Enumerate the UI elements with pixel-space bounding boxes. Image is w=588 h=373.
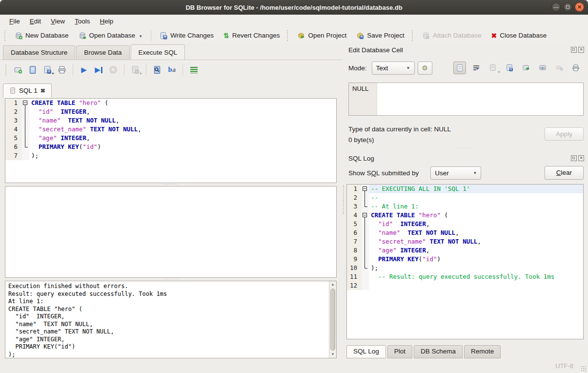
menu-edit[interactable]: Edit — [25, 16, 45, 26]
new-database-button[interactable]: New Database — [10, 30, 74, 41]
revert-changes-button[interactable]: ⇅ Revert Changes — [219, 30, 284, 41]
code-line: 6 PRIMARY KEY("id") — [5, 143, 336, 151]
mode-label: Mode: — [348, 64, 367, 72]
close-button[interactable]: ✕ — [575, 2, 584, 12]
float-panel-icon[interactable] — [571, 47, 577, 53]
save-project-button[interactable]: Save Project — [351, 30, 409, 41]
code-line: 9 PRIMARY KEY("id") — [347, 255, 583, 264]
text-mode-icon[interactable] — [453, 62, 466, 74]
gear-icon: ⚙ — [422, 64, 428, 72]
sql-tab-close-icon[interactable]: ✖ — [41, 87, 45, 94]
open-database-dropdown-icon[interactable]: ▼ — [139, 34, 142, 40]
toolbar-handle[interactable] — [5, 64, 8, 75]
execute-all-button[interactable]: ▶ — [78, 64, 90, 76]
dock-splitter[interactable] — [343, 185, 344, 214]
scroll-up-icon[interactable]: ▲ — [329, 281, 336, 288]
dock-tab-db-schema[interactable]: DB Schema — [414, 345, 463, 358]
code-line: 11 -- Result: query executed successfull… — [347, 272, 583, 281]
close-panel-icon[interactable]: ✕ — [578, 155, 584, 161]
close-panel-icon[interactable]: ✕ — [578, 47, 584, 53]
clear-log-button[interactable]: Clear — [545, 166, 584, 180]
scrollbar-thumb[interactable] — [330, 289, 335, 351]
tab-database-structure[interactable]: Database Structure — [3, 45, 75, 60]
sql-log-title: SQL Log — [348, 155, 374, 162]
results-grid[interactable] — [5, 186, 337, 278]
maximize-button[interactable] — [563, 2, 572, 12]
import-data-button: ▼ — [487, 62, 499, 74]
execute-current-line-button[interactable]: ▶ — [93, 64, 104, 76]
dock-tab-plot[interactable]: Plot — [387, 345, 412, 358]
save-sql-file-button[interactable]: ▼ — [41, 64, 53, 76]
open-project-icon — [297, 32, 305, 40]
open-database-button[interactable]: Open Database ▼ — [74, 30, 148, 41]
attach-database-icon — [422, 32, 430, 40]
close-database-icon: ✖ — [491, 32, 497, 39]
submitted-by-select[interactable]: User▼ — [430, 166, 481, 180]
dock-tab-remote[interactable]: Remote — [464, 345, 501, 358]
apply-format-button[interactable]: ⚙ — [418, 62, 432, 75]
toolbar-handle[interactable] — [287, 30, 290, 41]
filter-label: Show SQL submitted by — [348, 169, 419, 177]
menu-view[interactable]: View — [46, 16, 69, 26]
open-sql-file-button[interactable] — [27, 64, 39, 76]
close-database-button[interactable]: ✖ Close Database — [487, 30, 552, 41]
tab-browse-data[interactable]: Browse Data — [76, 45, 129, 60]
menu-file[interactable]: File — [5, 16, 24, 26]
cell-size-info: 0 byte(s) — [348, 136, 374, 144]
export-data-button[interactable] — [503, 62, 516, 74]
save-sql-dropdown-icon[interactable]: ▼ — [51, 72, 55, 75]
toolbar-handle[interactable] — [412, 30, 415, 41]
write-changes-button[interactable]: Write Changes — [155, 30, 219, 41]
print-button[interactable] — [56, 64, 68, 76]
scrollbar[interactable]: ▲ ▼ — [329, 281, 336, 358]
code-line: 2 "id" INTEGER, — [5, 107, 336, 116]
open-project-button[interactable]: Open Project — [292, 30, 351, 41]
print-cell-button[interactable] — [569, 62, 582, 74]
code-line: 3 "name" TEXT NOT NULL, — [5, 116, 336, 125]
code-line: 10); — [347, 264, 583, 272]
menu-tools[interactable]: Tools — [70, 16, 95, 26]
sql-editor[interactable]: 1CREATE TABLE "hero" (2 "id" INTEGER,3 "… — [5, 98, 337, 183]
sql-document-tab[interactable]: SQL 1 ✖ — [3, 83, 52, 98]
toolbar-handle[interactable] — [4, 30, 7, 41]
code-line: 8 "age" INTEGER, — [347, 246, 583, 255]
code-line: 2-- — [347, 193, 583, 202]
code-line: 4 "secret_name" TEXT NOT NULL, — [5, 125, 336, 134]
window-title: DB Browser for SQLite - /home/user/code/… — [185, 4, 402, 11]
cell-editor[interactable]: NULL — [348, 83, 584, 116]
execute-sql-area: Database Structure Browse Data Execute S… — [0, 43, 343, 359]
code-line: 5 "age" INTEGER, — [5, 134, 336, 143]
execution-status-pane[interactable]: Execution finished without errors. Resul… — [5, 281, 337, 358]
code-line: 1CREATE TABLE "hero" ( — [5, 99, 336, 107]
scroll-down-icon[interactable]: ▼ — [329, 351, 336, 358]
minimize-button[interactable]: — — [551, 2, 561, 12]
menu-help[interactable]: Help — [96, 16, 118, 26]
float-panel-icon[interactable] — [571, 155, 577, 161]
stop-execution-button: ✕ — [107, 64, 119, 76]
set-null-button — [553, 62, 566, 74]
sql-log-view[interactable]: 1-- EXECUTING ALL IN 'SQL 1'2--3-- At li… — [346, 184, 584, 339]
format-sql-button[interactable] — [188, 64, 200, 76]
word-wrap-icon[interactable] — [470, 62, 483, 74]
sql-tab-bar: SQL 1 ✖ — [3, 80, 343, 98]
execution-status-text: Execution finished without errors. Resul… — [5, 281, 336, 360]
app-window: DB Browser for SQLite - /home/user/code/… — [0, 0, 588, 373]
tab-execute-sql[interactable]: Execute SQL — [131, 44, 185, 60]
code-line: 5 "id" INTEGER, — [347, 220, 583, 228]
mode-select[interactable]: Text▼ — [372, 62, 415, 75]
sql-log-filter-row: Show SQL submitted by User▼ Clear — [348, 166, 584, 180]
execute-sql-panel: ▼ ▶ ▶ ✕ ▼ — [0, 60, 343, 359]
dock-tab-sql-log[interactable]: SQL Log — [346, 345, 386, 358]
code-line: 7); — [5, 151, 336, 160]
resize-grip-icon[interactable] — [581, 366, 586, 371]
encoding-indicator: UTF-8 — [555, 362, 573, 370]
open-url-button[interactable] — [536, 62, 549, 74]
right-dock: Edit Database Cell ✕ Mode: Text▼ ⚙ — [343, 43, 588, 359]
open-in-external-button[interactable] — [520, 62, 532, 74]
titlebar[interactable]: DB Browser for SQLite - /home/user/code/… — [0, 0, 588, 15]
find-button[interactable] — [151, 64, 163, 76]
find-replace-button[interactable]: ba — [166, 64, 178, 76]
splitter-handle[interactable]: ······ — [343, 147, 588, 150]
statusbar: UTF-8 — [0, 359, 588, 373]
new-sql-tab-button[interactable] — [12, 64, 24, 76]
